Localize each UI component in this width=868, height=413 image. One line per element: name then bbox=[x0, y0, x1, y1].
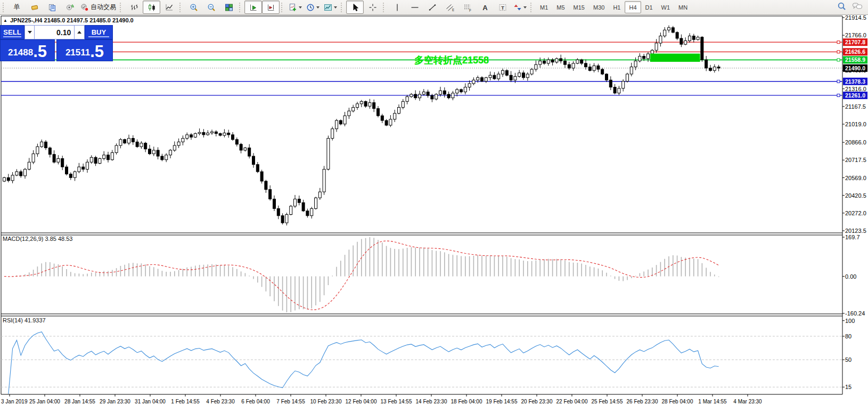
templates-icon-dropdown[interactable] bbox=[334, 6, 337, 10]
equidistant-channel-icon[interactable]: E bbox=[441, 1, 458, 14]
new-order-button[interactable]: 单 bbox=[8, 1, 26, 14]
sound-alert-icon[interactable] bbox=[61, 1, 78, 14]
svg-text:20 Feb 23:30: 20 Feb 23:30 bbox=[521, 399, 553, 404]
text-icon[interactable]: A bbox=[476, 1, 494, 14]
indicators-icon[interactable] bbox=[286, 1, 304, 14]
cursor-icon[interactable] bbox=[346, 1, 364, 14]
svg-text:3 Jan 2019: 3 Jan 2019 bbox=[1, 399, 28, 404]
toolbar-grip bbox=[239, 3, 242, 12]
svg-text:31 Jan 04:00: 31 Jan 04:00 bbox=[135, 399, 166, 404]
sell-price-main: 21488 bbox=[8, 46, 33, 60]
svg-text:T: T bbox=[501, 5, 504, 10]
svg-text:F: F bbox=[469, 8, 471, 12]
macd-label: MACD(12,26,9) 3.85 48.53 bbox=[3, 236, 72, 242]
toolbar-grip bbox=[383, 3, 386, 12]
text-label-icon[interactable]: T bbox=[494, 1, 511, 14]
toolbar-grip bbox=[281, 3, 284, 12]
zoom-out-icon bbox=[207, 3, 216, 12]
svg-text:10 Feb 23:30: 10 Feb 23:30 bbox=[310, 399, 342, 404]
crosshair-icon[interactable] bbox=[364, 1, 381, 14]
chart-shift-icon[interactable] bbox=[262, 1, 280, 14]
trendline-icon[interactable] bbox=[423, 1, 441, 14]
svg-text:169.7: 169.7 bbox=[845, 234, 860, 240]
svg-text:26 Feb 23:30: 26 Feb 23:30 bbox=[627, 399, 658, 404]
svg-text:1 Feb 14:55: 1 Feb 14:55 bbox=[171, 399, 200, 404]
timeframe-h1[interactable]: H1 bbox=[609, 1, 625, 13]
timeframe-h4[interactable]: H4 bbox=[625, 1, 641, 13]
auto-trading-button-label: 自动交易 bbox=[91, 3, 116, 12]
tile-windows-icon[interactable] bbox=[220, 1, 238, 14]
timeframe-m5[interactable]: M5 bbox=[552, 1, 569, 13]
volume-decrease-button[interactable] bbox=[24, 25, 35, 39]
timeframe-w1[interactable]: W1 bbox=[657, 1, 675, 13]
vertical-line-icon bbox=[393, 3, 402, 12]
svg-text:-160.24: -160.24 bbox=[845, 310, 865, 317]
svg-text:29 Jan 23:30: 29 Jan 23:30 bbox=[100, 399, 130, 404]
indicators-icon-dropdown[interactable] bbox=[299, 6, 302, 10]
data-window-icon[interactable] bbox=[43, 1, 61, 14]
periods-clock-icon[interactable] bbox=[304, 1, 322, 14]
toolbar-right bbox=[837, 2, 867, 13]
vertical-line-icon[interactable] bbox=[388, 1, 406, 14]
svg-text:21626.6: 21626.6 bbox=[845, 48, 865, 55]
svg-text:21490.0: 21490.0 bbox=[845, 65, 865, 71]
templates-icon[interactable] bbox=[322, 1, 339, 14]
arrows-icon-dropdown[interactable] bbox=[523, 6, 527, 10]
candlestick-chart-icon[interactable] bbox=[143, 1, 160, 14]
svg-text:20123.5: 20123.5 bbox=[845, 228, 866, 234]
auto-scroll-icon[interactable] bbox=[244, 1, 262, 14]
svg-text:21316.0: 21316.0 bbox=[845, 86, 866, 92]
bar-chart-icon[interactable] bbox=[125, 1, 143, 14]
zoom-in-icon[interactable] bbox=[185, 1, 202, 14]
auto-scroll-icon bbox=[249, 3, 258, 12]
sound-alert-icon bbox=[65, 3, 74, 12]
toolbar-grip bbox=[120, 3, 122, 12]
timeframe-m1[interactable]: M1 bbox=[536, 1, 552, 13]
buy-price-button[interactable]: 21511 .5 bbox=[56, 39, 113, 61]
green-zone-rect[interactable] bbox=[650, 54, 700, 62]
periods-clock-icon-dropdown[interactable] bbox=[316, 6, 320, 10]
svg-text:20420.5: 20420.5 bbox=[845, 192, 866, 199]
svg-text:25 Jan 04:00: 25 Jan 04:00 bbox=[29, 399, 60, 404]
timeframe-m15[interactable]: M15 bbox=[569, 1, 589, 13]
chat-icon[interactable] bbox=[852, 2, 863, 13]
volume-input[interactable] bbox=[35, 25, 74, 39]
line-chart-icon[interactable] bbox=[160, 1, 178, 14]
candlestick-chart-icon bbox=[148, 3, 156, 12]
auto-trading-button-icon bbox=[80, 3, 89, 12]
toolbar-grip bbox=[530, 3, 533, 12]
svg-text:20272.0: 20272.0 bbox=[845, 210, 866, 216]
svg-text:80: 80 bbox=[845, 333, 851, 339]
chart-header: ▲ JPN225-,H4 21485.0 21497.5 21485.0 214… bbox=[3, 17, 134, 23]
horizontal-line-icon[interactable] bbox=[406, 1, 423, 14]
sell-price-button[interactable]: 21488 .5 bbox=[0, 39, 55, 61]
svg-text:A: A bbox=[482, 3, 488, 11]
rsi-label: RSI(14) 41.9337 bbox=[3, 317, 46, 323]
timeframe-d1[interactable]: D1 bbox=[641, 1, 657, 13]
fibonacci-icon[interactable]: F bbox=[458, 1, 476, 14]
text-icon: A bbox=[481, 3, 489, 12]
timeframe-m30[interactable]: M30 bbox=[589, 1, 609, 13]
sell-price-frac: .5 bbox=[33, 43, 47, 60]
svg-text:28 Jan 14:55: 28 Jan 14:55 bbox=[64, 399, 95, 404]
sell-button[interactable]: SELL bbox=[0, 25, 24, 39]
spinner-up-icon bbox=[77, 29, 81, 34]
equidistant-channel-icon: E bbox=[446, 3, 454, 12]
turning-point-annotation[interactable]: 多空转折点21558 bbox=[414, 54, 489, 67]
timeframe-mn[interactable]: MN bbox=[674, 1, 692, 13]
data-window-icon bbox=[48, 3, 56, 12]
text-label-icon: T bbox=[498, 3, 507, 12]
volume-increase-button[interactable] bbox=[74, 25, 84, 39]
arrows-icon[interactable] bbox=[511, 1, 529, 14]
buy-button[interactable]: BUY bbox=[85, 25, 113, 39]
svg-text:E: E bbox=[452, 8, 454, 12]
toolbar-grip bbox=[179, 3, 182, 12]
svg-text:4 Feb 23:30: 4 Feb 23:30 bbox=[206, 399, 235, 404]
zoom-out-icon[interactable] bbox=[202, 1, 220, 14]
auto-trading-button[interactable]: 自动交易 bbox=[78, 1, 118, 14]
trendline-icon bbox=[428, 3, 437, 12]
collapse-triangle-icon[interactable]: ▲ bbox=[3, 18, 7, 23]
bar-chart-icon bbox=[130, 3, 138, 12]
market-watch-icon[interactable] bbox=[26, 1, 43, 14]
search-icon[interactable] bbox=[837, 2, 847, 13]
